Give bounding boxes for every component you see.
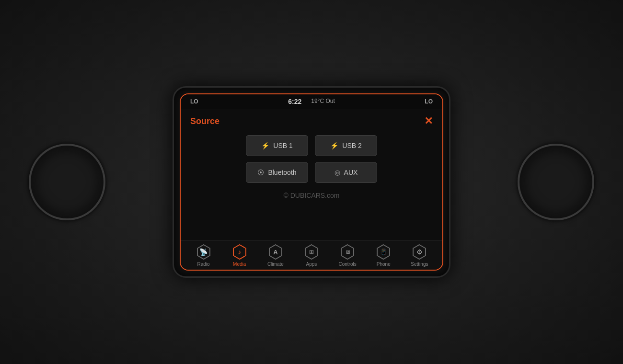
nav-settings[interactable]: ⚙ Settings xyxy=(406,244,433,267)
source-title: Source xyxy=(190,116,219,126)
status-time: 6:22 xyxy=(288,98,301,105)
nav-phone-icon-wrap: 📱 xyxy=(375,244,392,260)
status-center: 6:22 19°C Out xyxy=(288,98,335,105)
status-lo-left: LO xyxy=(190,98,198,105)
phone-icon: 📱 xyxy=(380,249,387,255)
usb2-icon: ⚡ xyxy=(330,142,338,149)
bluetooth-label: Bluetooth xyxy=(268,169,296,176)
watermark: © DUBICARS.com xyxy=(190,192,433,199)
nav-radio-icon-wrap: 📡 xyxy=(196,244,212,260)
usb2-button[interactable]: ⚡ USB 2 xyxy=(315,135,377,156)
controls-icon: 🖥 xyxy=(345,249,350,255)
settings-hex: ⚙ xyxy=(411,244,427,260)
usb1-label: USB 1 xyxy=(273,142,292,149)
nav-phone[interactable]: 📱 Phone xyxy=(370,244,397,267)
media-icon: ♪ xyxy=(238,248,241,256)
controls-hex: 🖥 xyxy=(339,244,356,260)
radio-hex: 📡 xyxy=(196,244,212,260)
source-row-2: ⦿ Bluetooth ◎ AUX xyxy=(246,162,377,183)
nav-apps-icon-wrap: ⊞ xyxy=(303,244,320,260)
usb2-label: USB 2 xyxy=(342,142,361,149)
content-area: Source ✕ ⚡ USB 1 ⚡ USB 2 xyxy=(181,109,442,240)
nav-climate-label: Climate xyxy=(267,262,284,267)
status-bar: LO 6:22 19°C Out LO xyxy=(181,94,442,109)
dashboard: LO 6:22 19°C Out LO Source ✕ ⚡ U xyxy=(0,0,623,364)
nav-media-label: Media xyxy=(233,262,246,267)
nav-climate-icon-wrap: A xyxy=(267,244,284,260)
settings-icon: ⚙ xyxy=(416,248,423,256)
nav-apps-label: Apps xyxy=(306,262,317,267)
close-button[interactable]: ✕ xyxy=(424,116,433,126)
nav-media-icon-wrap: ♪ xyxy=(231,244,248,260)
climate-icon: A xyxy=(273,249,277,256)
nav-radio-label: Radio xyxy=(197,262,209,267)
aux-button[interactable]: ◎ AUX xyxy=(315,162,377,183)
media-hex: ♪ xyxy=(231,244,248,260)
aux-icon: ◎ xyxy=(335,169,340,176)
nav-controls-label: Controls xyxy=(339,262,357,267)
bluetooth-button[interactable]: ⦿ Bluetooth xyxy=(246,162,308,183)
source-row-1: ⚡ USB 1 ⚡ USB 2 xyxy=(246,135,377,156)
screen-bezel: LO 6:22 19°C Out LO Source ✕ ⚡ U xyxy=(173,86,450,278)
usb1-button[interactable]: ⚡ USB 1 xyxy=(246,135,308,156)
aux-label: AUX xyxy=(344,169,358,176)
status-temp: 19°C Out xyxy=(311,98,335,105)
nav-apps[interactable]: ⊞ Apps xyxy=(298,244,324,267)
source-header: Source ✕ xyxy=(190,116,433,126)
screen: LO 6:22 19°C Out LO Source ✕ ⚡ U xyxy=(180,93,443,271)
source-buttons: ⚡ USB 1 ⚡ USB 2 ⦿ Bluetooth xyxy=(190,135,433,183)
climate-hex: A xyxy=(267,244,284,260)
status-lo-right: LO xyxy=(425,98,433,105)
nav-controls-icon-wrap: 🖥 xyxy=(339,244,356,260)
bluetooth-icon: ⦿ xyxy=(257,169,264,176)
vent-left xyxy=(29,144,105,220)
nav-radio[interactable]: 📡 Radio xyxy=(190,244,217,267)
nav-settings-label: Settings xyxy=(411,262,428,267)
usb1-icon: ⚡ xyxy=(261,142,269,149)
radio-icon: 📡 xyxy=(199,248,208,256)
nav-settings-icon-wrap: ⚙ xyxy=(411,244,427,260)
bottom-nav: 📡 Radio ♪ Media xyxy=(181,240,442,270)
vent-right xyxy=(518,144,594,220)
apps-icon: ⊞ xyxy=(309,249,314,255)
phone-hex: 📱 xyxy=(375,244,392,260)
nav-controls[interactable]: 🖥 Controls xyxy=(335,244,361,267)
nav-climate[interactable]: A Climate xyxy=(262,244,288,267)
nav-phone-label: Phone xyxy=(377,262,391,267)
nav-media[interactable]: ♪ Media xyxy=(226,244,253,267)
apps-hex: ⊞ xyxy=(303,244,320,260)
